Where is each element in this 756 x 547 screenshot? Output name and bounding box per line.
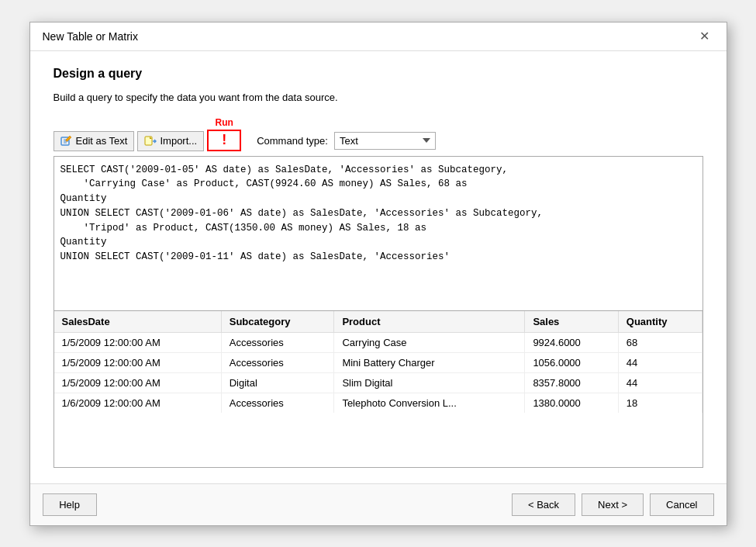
edit-as-text-button[interactable]: Edit as Text [54,131,135,151]
table-row: 1/5/2009 12:00:00 AMDigitalSlim Digital8… [54,372,702,393]
edit-as-text-icon [60,135,73,147]
back-button[interactable]: < Back [512,493,575,516]
results-table: SalesDate Subcategory Product Sales Quan… [54,311,702,413]
run-icon: ! [222,132,226,148]
title-bar: New Table or Matrix ✕ [30,23,727,51]
table-cell: 1/6/2009 12:00:00 AM [54,393,222,413]
table-cell: Mini Battery Charger [334,352,525,372]
table-cell: 1056.0000 [525,352,618,372]
col-header-sales: Sales [525,311,618,333]
run-group: Run ! [207,117,241,151]
footer-right: < Back Next > Cancel [512,493,714,516]
table-cell: Carrying Case [334,332,525,352]
table-cell: 44 [618,352,702,372]
import-button[interactable]: Import... [137,131,204,151]
main-content: Design a query Build a query to specify … [30,51,727,483]
table-cell: Slim Digital [334,372,525,393]
col-header-salesdate: SalesDate [54,311,222,333]
table-cell: 1380.0000 [525,393,618,413]
table-header-row: SalesDate Subcategory Product Sales Quan… [54,311,702,333]
dialog: New Table or Matrix ✕ Design a query Bui… [29,22,727,526]
table-cell: 68 [618,332,702,352]
table-cell: 44 [618,372,702,393]
col-header-quantity: Quantity [618,311,702,333]
close-button[interactable]: ✕ [695,29,714,44]
cancel-button[interactable]: Cancel [650,493,713,516]
table-cell: 1/5/2009 12:00:00 AM [54,332,222,352]
page-subtitle: Build a query to specify the data you wa… [54,92,703,103]
table-cell: Accessories [221,393,334,413]
table-row: 1/6/2009 12:00:00 AMAccessoriesTelephoto… [54,393,702,413]
table-cell: Accessories [221,332,334,352]
command-type-label: Command type: [257,135,328,147]
table-cell: 8357.8000 [525,372,618,393]
table-cell: 1/5/2009 12:00:00 AM [54,352,222,372]
run-button[interactable]: ! [207,130,241,151]
next-button[interactable]: Next > [582,493,644,516]
command-type-select[interactable]: Text StoredProcedure TableDirect [334,132,436,150]
import-label: Import... [160,135,197,147]
table-row: 1/5/2009 12:00:00 AMAccessoriesMini Batt… [54,352,702,372]
col-header-product: Product [334,311,525,333]
table-cell: 18 [618,393,702,413]
edit-as-text-label: Edit as Text [76,135,128,147]
results-table-wrapper: SalesDate Subcategory Product Sales Quan… [54,311,703,468]
table-cell: Telephoto Conversion L... [334,393,525,413]
query-editor[interactable]: SELECT CAST('2009-01-05' AS date) as Sal… [54,156,703,311]
command-type-group: Command type: Text StoredProcedure Table… [257,132,436,151]
table-cell: 1/5/2009 12:00:00 AM [54,372,222,393]
toolbar: Edit as Text Import... Run ! Command typ… [54,117,703,151]
table-cell: Digital [221,372,334,393]
page-title: Design a query [54,67,703,81]
help-button[interactable]: Help [43,493,97,516]
dialog-title: New Table or Matrix [43,30,138,43]
run-label: Run [215,117,233,128]
table-cell: Accessories [221,352,334,372]
footer: Help < Back Next > Cancel [30,483,727,525]
import-icon [144,135,157,147]
table-cell: 9924.6000 [525,332,618,352]
col-header-subcategory: Subcategory [221,311,334,333]
table-row: 1/5/2009 12:00:00 AMAccessoriesCarrying … [54,332,702,352]
